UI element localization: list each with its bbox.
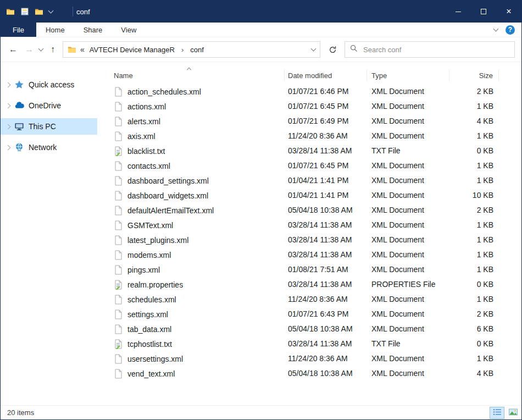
file-size: 1 KB bbox=[449, 351, 499, 366]
help-icon: ? bbox=[508, 26, 512, 34]
file-type: XML Document bbox=[367, 99, 449, 114]
tab-share[interactable]: Share bbox=[74, 23, 112, 37]
tab-home[interactable]: Home bbox=[36, 23, 74, 37]
file-name: actions.xml bbox=[127, 102, 166, 111]
expand-chevron-icon[interactable] bbox=[5, 124, 11, 129]
file-size: 6 KB bbox=[449, 322, 499, 336]
expand-chevron-icon[interactable] bbox=[5, 103, 11, 108]
file-icon bbox=[114, 206, 123, 215]
file-icon bbox=[114, 235, 123, 245]
breadcrumb-overflow[interactable]: « bbox=[80, 45, 85, 54]
file-row[interactable]: blacklist.txt 03/28/14 11:38 AM TXT File… bbox=[97, 143, 521, 158]
customize-toolbar-chevron-icon[interactable] bbox=[48, 8, 54, 13]
breadcrumb-item[interactable]: AVTECH Device ManageR bbox=[88, 46, 176, 54]
column-header-size[interactable]: Size bbox=[449, 69, 499, 81]
file-type: TXT File bbox=[367, 336, 449, 351]
address-bar[interactable]: « AVTECH Device ManageR › conf bbox=[63, 41, 320, 58]
file-row[interactable]: action_schedules.xml 01/07/21 6:46 PM XM… bbox=[97, 84, 521, 99]
file-row[interactable]: dashboard_widgets.xml 01/04/21 1:41 PM X… bbox=[97, 188, 521, 203]
file-date-modified: 03/28/14 11:38 AM bbox=[285, 336, 367, 351]
file-row[interactable]: settings.xml 01/07/21 6:43 PM XML Docume… bbox=[97, 307, 521, 322]
file-type: XML Document bbox=[367, 84, 449, 99]
file-date-modified: 01/04/21 1:41 PM bbox=[285, 188, 367, 203]
file-size: 1 KB bbox=[449, 262, 499, 277]
this-pc-monitor-icon bbox=[14, 121, 24, 131]
refresh-button[interactable] bbox=[324, 46, 341, 54]
network-globe-icon bbox=[14, 142, 24, 152]
search-box[interactable] bbox=[345, 41, 515, 58]
sidebar-item-quick-access[interactable]: Quick access bbox=[1, 76, 97, 93]
file-row[interactable]: tcphostlist.txt 03/28/14 11:38 AM TXT Fi… bbox=[97, 336, 521, 351]
file-type: TXT File bbox=[367, 143, 449, 158]
file-date-modified: 11/24/20 8:36 AM bbox=[285, 129, 367, 143]
sidebar-item-this-pc[interactable]: This PC bbox=[1, 118, 97, 135]
properties-icon[interactable] bbox=[20, 7, 29, 16]
file-name: latest_plugins.xml bbox=[127, 236, 188, 245]
column-header-date-modified[interactable]: Date modified bbox=[285, 69, 367, 81]
file-name: defaultAlertEmailText.xml bbox=[127, 206, 214, 215]
sidebar-item-onedrive[interactable]: OneDrive bbox=[1, 97, 97, 114]
new-folder-icon[interactable] bbox=[35, 7, 43, 16]
column-header-name[interactable]: Name bbox=[97, 69, 285, 81]
file-type: XML Document bbox=[367, 366, 449, 381]
forward-button[interactable]: → bbox=[23, 45, 35, 54]
file-row[interactable]: actions.xml 01/07/21 6:45 PM XML Documen… bbox=[97, 99, 521, 114]
file-row[interactable]: GSMText.xml 03/28/14 11:38 AM XML Docume… bbox=[97, 218, 521, 233]
address-toolbar: ← → ↑ « AVTECH Device ManageR › conf bbox=[1, 37, 521, 62]
column-header-type[interactable]: Type bbox=[367, 69, 449, 81]
file-size: 0 KB bbox=[449, 143, 499, 158]
file-row[interactable]: contacts.xml 01/07/21 6:45 PM XML Docume… bbox=[97, 158, 521, 173]
file-name: realm.properties bbox=[127, 280, 183, 289]
maximize-button[interactable] bbox=[471, 1, 496, 23]
breadcrumb-item[interactable]: conf bbox=[189, 46, 205, 54]
back-button[interactable]: ← bbox=[7, 45, 19, 54]
help-button[interactable]: ? bbox=[506, 25, 515, 35]
file-name: usersettings.xml bbox=[127, 355, 183, 363]
expand-chevron-icon[interactable] bbox=[5, 82, 11, 87]
file-type: XML Document bbox=[367, 307, 449, 322]
ribbon-expand-chevron-icon[interactable] bbox=[493, 26, 499, 31]
sidebar-item-network[interactable]: Network bbox=[1, 139, 97, 156]
tab-view[interactable]: View bbox=[112, 23, 146, 37]
explorer-folder-icon bbox=[6, 7, 15, 16]
file-row[interactable]: modems.xml 03/28/14 11:38 AM XML Documen… bbox=[97, 247, 521, 262]
file-icon bbox=[114, 191, 123, 201]
file-type: XML Document bbox=[367, 158, 449, 173]
status-bar: 20 items bbox=[1, 405, 521, 419]
file-icon bbox=[114, 161, 123, 171]
file-name: alerts.xml bbox=[127, 117, 160, 126]
file-date-modified: 03/28/14 11:38 AM bbox=[285, 277, 367, 292]
tab-file[interactable]: File bbox=[1, 23, 36, 37]
file-row[interactable]: schedules.xml 11/24/20 8:36 AM XML Docum… bbox=[97, 292, 521, 307]
expand-chevron-icon[interactable] bbox=[5, 145, 11, 150]
file-date-modified: 01/07/21 6:45 PM bbox=[285, 158, 367, 173]
close-button[interactable]: × bbox=[496, 1, 521, 23]
file-row[interactable]: latest_plugins.xml 03/28/14 11:38 AM XML… bbox=[97, 233, 521, 247]
file-row[interactable]: realm.properties 03/28/14 11:38 AM PROPE… bbox=[97, 277, 521, 292]
details-view-icon bbox=[493, 408, 502, 418]
file-row[interactable]: pings.xml 01/08/21 7:51 AM XML Document … bbox=[97, 262, 521, 277]
titlebar-separator bbox=[73, 7, 73, 16]
details-view-button[interactable] bbox=[490, 407, 504, 419]
file-date-modified: 01/07/21 6:43 PM bbox=[285, 307, 367, 322]
file-row[interactable]: alerts.xml 01/07/21 6:49 PM XML Document… bbox=[97, 114, 521, 129]
file-size: 2 KB bbox=[449, 307, 499, 322]
thumbnails-view-button[interactable] bbox=[506, 407, 520, 419]
up-button[interactable]: ↑ bbox=[47, 45, 59, 54]
file-row[interactable]: vend_text.xml 05/04/18 10:38 AM XML Docu… bbox=[97, 366, 521, 381]
file-row[interactable]: dashboard_settings.xml 01/04/21 1:41 PM … bbox=[97, 173, 521, 188]
file-name: action_schedules.xml bbox=[127, 87, 201, 96]
file-type: XML Document bbox=[367, 322, 449, 336]
close-icon: × bbox=[506, 7, 511, 16]
minimize-button[interactable] bbox=[446, 1, 471, 23]
file-type: XML Document bbox=[367, 203, 449, 218]
search-input[interactable] bbox=[362, 45, 509, 54]
file-row[interactable]: defaultAlertEmailText.xml 05/04/18 10:38… bbox=[97, 203, 521, 218]
file-row[interactable]: axis.xml 11/24/20 8:36 AM XML Document 1… bbox=[97, 129, 521, 143]
file-date-modified: 01/04/21 1:41 PM bbox=[285, 173, 367, 188]
file-row[interactable]: usersettings.xml 11/24/20 8:36 AM XML Do… bbox=[97, 351, 521, 366]
address-dropdown-chevron-icon[interactable] bbox=[311, 46, 316, 51]
file-size: 1 KB bbox=[449, 233, 499, 247]
file-row[interactable]: tab_data.xml 05/04/18 10:38 AM XML Docum… bbox=[97, 322, 521, 336]
recent-locations-chevron-icon[interactable] bbox=[38, 46, 44, 51]
